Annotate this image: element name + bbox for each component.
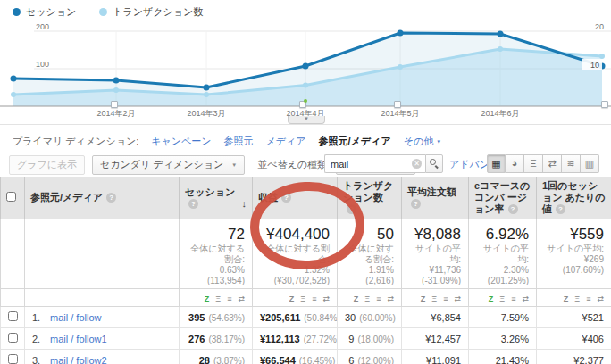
table-row[interactable]: 2.mail / follow1 276(38.17%) ¥112,113(27… bbox=[1, 328, 611, 350]
column-header-sessions[interactable]: セッション?↓ bbox=[180, 177, 253, 219]
weighted-sort-icon[interactable]: Z bbox=[421, 294, 426, 303]
left-axis-tick: 100 bbox=[36, 60, 49, 69]
stacked-view-icon[interactable]: ≡ bbox=[511, 294, 515, 303]
percentage-view-icon[interactable]: ◕ bbox=[506, 154, 524, 173]
revenue-pct: (16.45%) bbox=[299, 356, 336, 364]
search-input[interactable] bbox=[331, 159, 412, 170]
sort-descending-icon[interactable]: ↓ bbox=[242, 198, 247, 210]
column-header-ecommerce-conversion-rate[interactable]: eコマースのコンバ ージョン率? bbox=[469, 177, 537, 219]
help-icon[interactable]: ? bbox=[411, 199, 421, 209]
column-display-icons-row: ZΞ≡⇄ ZΞ≡⇄ ZΞ≡⇄ ZΞ≡⇄ ZΞ≡⇄ ZΞ≡⇄ bbox=[1, 289, 611, 307]
bar-view-icon[interactable]: Ξ bbox=[574, 294, 580, 303]
data-table-view-icon[interactable]: ▦ bbox=[487, 154, 506, 173]
primary-dimension-label: プライマリ ディメンション: bbox=[13, 135, 138, 148]
help-icon[interactable]: ? bbox=[188, 199, 198, 209]
source-medium-link[interactable]: mail / follow1 bbox=[50, 334, 107, 344]
annotation-marker-icon[interactable] bbox=[111, 101, 118, 108]
help-icon[interactable]: ? bbox=[106, 193, 116, 203]
x-axis-label: 2014年2月 bbox=[96, 108, 135, 120]
stacked-view-icon[interactable]: ≡ bbox=[586, 294, 590, 303]
conv-rate-value: 21.43% bbox=[496, 355, 529, 364]
weighted-sort-icon[interactable]: Z bbox=[289, 294, 295, 303]
stacked-view-icon[interactable]: ≡ bbox=[227, 294, 231, 303]
legend-item-sessions[interactable]: セッション bbox=[13, 5, 76, 19]
help-icon[interactable]: ? bbox=[347, 204, 356, 214]
column-header-source-medium[interactable]: 参照元/メディア? bbox=[25, 177, 180, 219]
comparison-view-icon[interactable]: ⇄ bbox=[543, 154, 562, 173]
help-icon[interactable]: ? bbox=[508, 204, 518, 214]
stacked-view-icon[interactable]: ≡ bbox=[443, 294, 448, 303]
bar-view-icon[interactable]: Ξ bbox=[499, 294, 505, 303]
weighted-sort-icon[interactable]: Z bbox=[564, 294, 569, 303]
primary-dimension-bar: プライマリ ディメンション: キャンペーン 参照元 メディア 参照元/メディア … bbox=[0, 125, 611, 150]
transactions-series-dot-icon bbox=[99, 8, 107, 16]
table-row[interactable]: 1.mail / follow 395(54.63%) ¥205,611(50.… bbox=[1, 307, 611, 328]
compare-view-icon[interactable]: ⇄ bbox=[238, 294, 245, 303]
search-button[interactable] bbox=[425, 154, 443, 173]
stacked-view-icon[interactable]: ≡ bbox=[376, 294, 381, 303]
transactions-pct: (12.00%) bbox=[357, 356, 394, 364]
annotation-marker-icon[interactable] bbox=[601, 101, 608, 108]
analytics-report-page: セッション トランザクション数 bbox=[0, 0, 611, 364]
sort-type-label: 並べ替えの種類: bbox=[257, 158, 330, 171]
dimension-other-dropdown[interactable]: その他▼ bbox=[404, 135, 441, 148]
column-header-revenue[interactable]: 収益? bbox=[253, 177, 338, 219]
plot-rows-button[interactable]: グラフに表示 bbox=[9, 155, 85, 175]
chart-legend: セッション トランザクション数 bbox=[13, 5, 203, 19]
annotation-marker-icon[interactable] bbox=[394, 101, 401, 108]
row-checkbox[interactable] bbox=[8, 333, 18, 343]
source-medium-link[interactable]: mail / follow bbox=[50, 312, 101, 323]
help-icon[interactable]: ? bbox=[556, 204, 565, 214]
compare-view-icon[interactable]: ⇄ bbox=[454, 294, 461, 303]
bar-view-icon[interactable]: Ξ bbox=[364, 294, 370, 303]
sessions-value: 395 bbox=[188, 312, 205, 323]
pivot-view-icon[interactable]: ▥ bbox=[581, 154, 599, 173]
secondary-dimension-dropdown[interactable]: セカンダリ ディメンション ▼ bbox=[92, 155, 245, 175]
bar-view-icon[interactable]: Ξ bbox=[431, 294, 437, 303]
bar-view-icon[interactable]: Ξ bbox=[215, 294, 221, 303]
dimension-source-link[interactable]: 参照元 bbox=[224, 135, 254, 148]
conv-rate-value: 7.59% bbox=[501, 312, 529, 323]
transactions-pct: (60.00%) bbox=[359, 313, 396, 323]
compare-view-icon[interactable]: ⇄ bbox=[387, 294, 394, 303]
compare-view-icon[interactable]: ⇄ bbox=[597, 294, 604, 303]
sessions-pct: (3.87%) bbox=[213, 356, 245, 364]
dimension-medium-link[interactable]: メディア bbox=[266, 135, 306, 148]
column-header-avg-order-value[interactable]: 平均注文額? bbox=[402, 177, 469, 219]
legend-item-transactions[interactable]: トランザクション数 bbox=[99, 5, 203, 19]
sessions-value: 28 bbox=[199, 355, 210, 364]
compare-view-icon[interactable]: ⇄ bbox=[322, 294, 330, 303]
summary-row: 72 全体に対する割合: 0.63% (113,954) ¥404,400 全体… bbox=[1, 219, 611, 289]
source-medium-link[interactable]: mail / follow2 bbox=[50, 355, 107, 364]
summary-sessions: 72 全体に対する割合: 0.63% (113,954) bbox=[180, 219, 253, 289]
chart-collapse-tab[interactable]: ▼ bbox=[288, 116, 325, 124]
avg-order-display-icons: ZΞ≡⇄ bbox=[421, 294, 461, 303]
dimension-source-medium-selected[interactable]: 参照元/メディア bbox=[319, 135, 391, 148]
annotation-marker-icon[interactable] bbox=[299, 101, 306, 108]
dimension-campaign-link[interactable]: キャンペーン bbox=[151, 135, 211, 148]
legend-label: トランザクション数 bbox=[113, 5, 203, 19]
bar-view-icon[interactable]: Ξ bbox=[300, 294, 306, 303]
weighted-sort-icon[interactable]: Z bbox=[354, 294, 359, 303]
performance-view-icon[interactable]: Ξ bbox=[524, 154, 543, 173]
table-row[interactable]: 3.mail / follow2 28(3.87%) ¥66,544(16.45… bbox=[1, 350, 611, 364]
weighted-sort-icon[interactable]: Z bbox=[489, 294, 494, 303]
clear-search-icon[interactable]: ✕ bbox=[412, 159, 422, 169]
select-all-checkbox[interactable] bbox=[6, 192, 16, 202]
help-icon[interactable]: ? bbox=[281, 193, 291, 203]
compare-view-icon[interactable]: ⇄ bbox=[522, 294, 529, 303]
term-cloud-view-icon[interactable]: ≋ bbox=[562, 154, 581, 173]
table-view-switcher: ▦ ◕ Ξ ⇄ ≋ ▥ bbox=[487, 154, 599, 173]
sessions-display-icons: ZΞ≡⇄ bbox=[205, 294, 245, 303]
stacked-view-icon[interactable]: ≡ bbox=[312, 294, 316, 303]
column-header-transactions[interactable]: トランザクション数? bbox=[338, 177, 402, 219]
transactions-value: 6 bbox=[348, 355, 354, 364]
row-checkbox[interactable] bbox=[8, 311, 18, 321]
sessions-pct: (54.63%) bbox=[208, 313, 245, 323]
timeline-chart-panel: セッション トランザクション数 bbox=[0, 0, 611, 125]
row-checkbox[interactable] bbox=[8, 354, 18, 364]
column-header-per-session-value[interactable]: 1回のセッション あたりの値? bbox=[537, 177, 611, 219]
per-session-value: ¥2,377 bbox=[573, 355, 604, 364]
transactions-pct: (18.00%) bbox=[357, 335, 394, 344]
weighted-sort-icon[interactable]: Z bbox=[205, 294, 210, 303]
